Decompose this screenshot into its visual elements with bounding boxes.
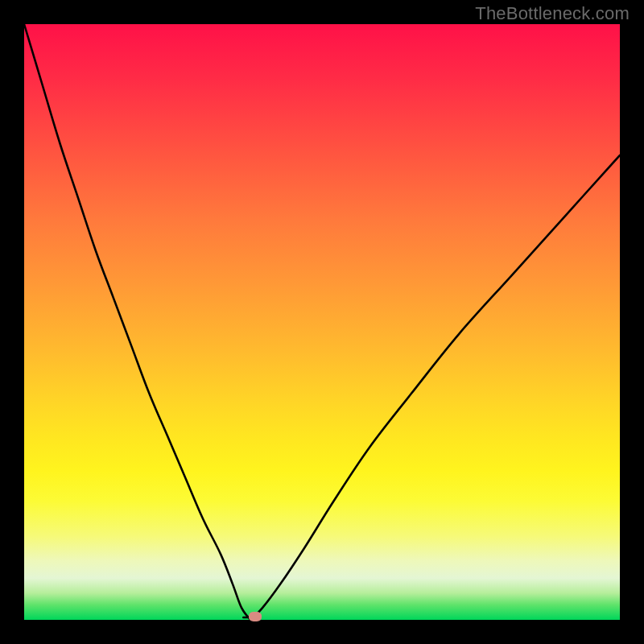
chart-frame: TheBottleneck.com [0, 0, 644, 644]
bottleneck-curve [24, 24, 620, 620]
curve-right-branch [250, 155, 620, 620]
optimal-point-marker [249, 612, 262, 621]
watermark-text: TheBottleneck.com [475, 3, 630, 24]
curve-left-branch [24, 24, 250, 620]
plot-area [24, 24, 620, 620]
